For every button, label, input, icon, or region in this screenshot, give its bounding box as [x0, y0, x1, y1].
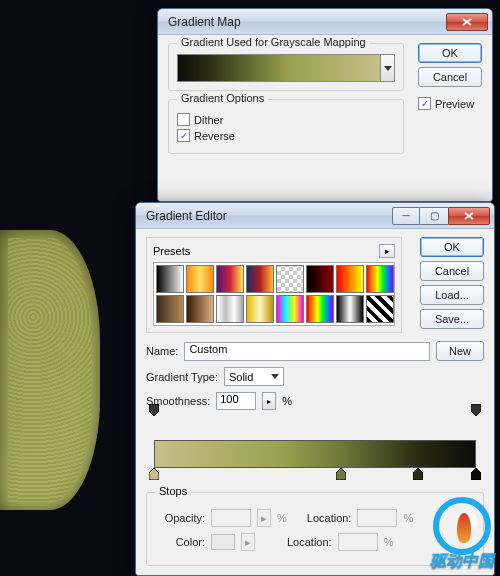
dither-label: Dither — [194, 114, 223, 126]
color-stops-track[interactable] — [154, 468, 476, 482]
close-button[interactable] — [446, 13, 488, 31]
arrow-right-icon: ▸ — [267, 397, 271, 406]
stops-label: Stops — [155, 485, 191, 497]
location-label: Location: — [287, 536, 332, 548]
section-label: Gradient Options — [177, 92, 268, 104]
preset-swatch[interactable] — [336, 265, 364, 293]
color-picker-button: ▸ — [241, 533, 255, 551]
preset-swatch[interactable] — [156, 295, 184, 323]
ok-button[interactable]: OK — [418, 43, 482, 63]
dither-checkbox[interactable] — [177, 113, 190, 126]
name-input[interactable]: Custom — [184, 342, 430, 361]
preset-swatch[interactable] — [246, 265, 274, 293]
opacity-stops-track[interactable] — [154, 416, 476, 430]
preset-swatch[interactable] — [186, 265, 214, 293]
preset-swatch[interactable] — [216, 265, 244, 293]
chevron-down-icon — [271, 374, 279, 379]
gradient-editor-bar[interactable] — [154, 440, 476, 468]
gradient-editor-dialog: Gradient Editor ─ ▢ Presets ▸ OK Cancel … — [135, 202, 495, 576]
ok-button[interactable]: OK — [420, 237, 484, 257]
window-title: Gradient Editor — [146, 209, 392, 223]
opacity-stop[interactable] — [149, 404, 159, 416]
opacity-input — [211, 509, 251, 527]
opacity-stop[interactable] — [471, 404, 481, 416]
background-art — [0, 230, 100, 510]
titlebar[interactable]: Gradient Map — [158, 9, 492, 35]
minimize-button[interactable]: ─ — [392, 207, 420, 225]
chevron-down-icon — [384, 66, 392, 71]
opacity-stepper: ▸ — [257, 509, 271, 527]
opacity-label: Opacity: — [155, 512, 205, 524]
gradient-type-value: Solid — [229, 371, 253, 383]
percent-label: % — [277, 512, 287, 524]
color-label: Color: — [155, 536, 205, 548]
color-stop[interactable] — [413, 468, 423, 480]
percent-label: % — [384, 536, 394, 548]
preset-swatch[interactable] — [276, 295, 304, 323]
preset-swatch[interactable] — [306, 295, 334, 323]
smoothness-stepper[interactable]: ▸ — [262, 392, 276, 410]
close-button[interactable] — [448, 207, 490, 225]
gradient-type-select[interactable]: Solid — [224, 367, 284, 386]
menu-arrow-icon: ▸ — [385, 246, 390, 256]
opacity-location-input — [357, 509, 397, 527]
percent-label: % — [403, 512, 413, 524]
section-label: Gradient Used for Grayscale Mapping — [177, 36, 370, 48]
gradient-preview[interactable] — [177, 54, 395, 82]
preview-checkbox[interactable]: ✓ — [418, 97, 431, 110]
color-stop[interactable] — [471, 468, 481, 480]
presets-grid — [153, 262, 395, 326]
cancel-button[interactable]: Cancel — [418, 67, 482, 87]
load-button[interactable]: Load... — [420, 285, 484, 305]
color-swatch — [211, 534, 235, 550]
presets-menu-button[interactable]: ▸ — [379, 244, 395, 258]
color-stop[interactable] — [336, 468, 346, 480]
titlebar[interactable]: Gradient Editor ─ ▢ — [136, 203, 494, 229]
percent-label: % — [282, 395, 292, 407]
preset-swatch[interactable] — [366, 265, 394, 293]
preset-swatch[interactable] — [276, 265, 304, 293]
preset-swatch[interactable] — [216, 295, 244, 323]
new-button[interactable]: New — [436, 341, 484, 361]
cancel-button[interactable]: Cancel — [420, 261, 484, 281]
smoothness-input[interactable]: 100 — [216, 392, 256, 410]
location-label: Location: — [307, 512, 352, 524]
reverse-label: Reverse — [194, 130, 235, 142]
gradient-map-dialog: Gradient Map Gradient Used for Grayscale… — [157, 8, 493, 202]
gradient-type-label: Gradient Type: — [146, 371, 218, 383]
preset-swatch[interactable] — [366, 295, 394, 323]
save-button[interactable]: Save... — [420, 309, 484, 329]
stops-panel: Stops Opacity: ▸ % Location: % Color: ▸ … — [146, 492, 484, 566]
color-location-input — [338, 533, 378, 551]
preset-swatch[interactable] — [156, 265, 184, 293]
gradient-picker-dropdown[interactable] — [380, 55, 394, 81]
preset-swatch[interactable] — [306, 265, 334, 293]
preset-swatch[interactable] — [246, 295, 274, 323]
preset-swatch[interactable] — [186, 295, 214, 323]
window-title: Gradient Map — [168, 15, 446, 29]
color-stop[interactable] — [149, 468, 159, 480]
maximize-button[interactable]: ▢ — [420, 207, 448, 225]
presets-label: Presets — [153, 245, 190, 257]
preview-label: Preview — [435, 98, 474, 110]
gradient-bar — [178, 55, 380, 81]
reverse-checkbox[interactable]: ✓ — [177, 129, 190, 142]
name-label: Name: — [146, 345, 178, 357]
presets-panel: Presets ▸ — [146, 237, 402, 333]
preset-swatch[interactable] — [336, 295, 364, 323]
